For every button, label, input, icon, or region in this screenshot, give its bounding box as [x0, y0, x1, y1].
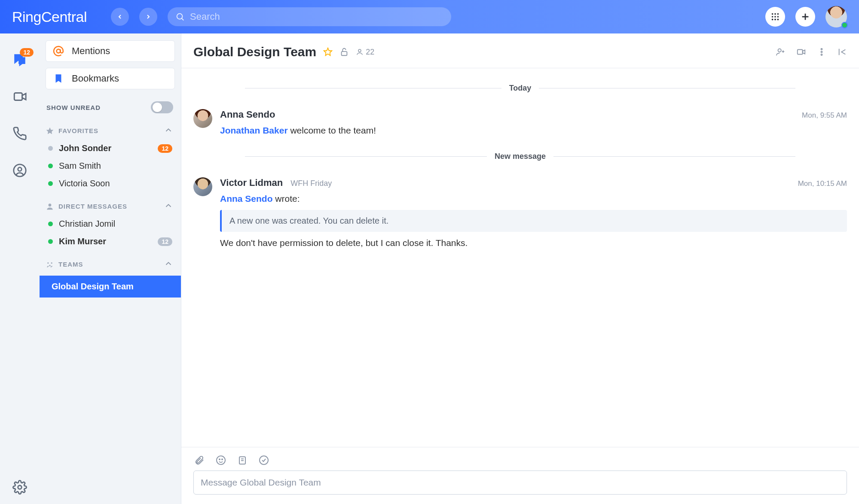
- favorite-name: Sam Smith: [59, 161, 101, 171]
- show-unread-toggle[interactable]: [151, 101, 173, 113]
- dm-name: Christian Jomil: [59, 219, 115, 229]
- dm-collapse[interactable]: [164, 201, 173, 212]
- svg-point-7: [777, 16, 779, 18]
- svg-marker-31: [803, 50, 805, 54]
- collapse-panel-icon[interactable]: [838, 47, 847, 57]
- search-icon: [175, 12, 185, 21]
- gear-icon: [12, 480, 27, 495]
- more-options-icon[interactable]: [817, 47, 826, 57]
- attach-icon[interactable]: [194, 455, 205, 465]
- search-bar[interactable]: [168, 7, 451, 26]
- message-body: We don't have permission to delete, but …: [220, 238, 847, 248]
- date-divider: Today: [245, 84, 795, 93]
- chevron-up-icon: [164, 201, 173, 210]
- svg-point-9: [774, 19, 776, 21]
- bookmarks-button[interactable]: Bookmarks: [46, 68, 175, 89]
- svg-point-3: [774, 13, 776, 15]
- start-video-icon[interactable]: [796, 47, 806, 57]
- svg-point-38: [222, 459, 223, 460]
- task-icon[interactable]: [259, 455, 269, 465]
- sender-avatar[interactable]: [193, 177, 212, 196]
- svg-rect-25: [342, 52, 347, 55]
- favorites-collapse[interactable]: [164, 125, 173, 136]
- user-mention[interactable]: Anna Sendo: [220, 194, 273, 203]
- svg-point-16: [18, 167, 22, 171]
- presence-dot-online: [48, 222, 53, 226]
- presence-dot-online: [48, 181, 53, 186]
- svg-point-4: [777, 13, 779, 15]
- chat-unread-badge: 12: [20, 48, 34, 57]
- message-composer: [181, 447, 859, 504]
- team-icon: [46, 260, 54, 269]
- conversation-title: Global Design Team: [193, 45, 316, 59]
- svg-point-42: [260, 456, 268, 465]
- rail-video[interactable]: [0, 89, 40, 104]
- presence-dot-online: [48, 239, 53, 244]
- emoji-icon[interactable]: [216, 455, 226, 465]
- svg-point-23: [49, 264, 50, 266]
- rail-contacts[interactable]: [0, 163, 40, 178]
- svg-point-27: [778, 49, 781, 52]
- svg-point-36: [217, 456, 225, 465]
- user-mention[interactable]: Jonathan Baker: [220, 125, 288, 135]
- current-user-avatar[interactable]: [825, 6, 847, 27]
- svg-point-0: [177, 14, 183, 19]
- dm-item[interactable]: Christian Jomil: [46, 215, 175, 233]
- teams-collapse[interactable]: [164, 259, 173, 270]
- favorite-item[interactable]: Victoria Soon: [46, 175, 175, 192]
- favorite-item[interactable]: Sam Smith: [46, 157, 175, 175]
- rail-settings[interactable]: [0, 480, 40, 495]
- section-dm-header[interactable]: DIRECT MESSAGES: [46, 192, 175, 215]
- favorite-star-icon[interactable]: [323, 47, 333, 57]
- composer-input[interactable]: [193, 471, 847, 495]
- unread-badge: 12: [158, 237, 172, 246]
- message-sender[interactable]: Anna Sendo: [220, 109, 275, 120]
- section-teams-header[interactable]: TEAMS: [46, 250, 175, 273]
- at-icon: [53, 46, 64, 57]
- app-header: RingCentral: [0, 0, 859, 33]
- nav-back-button[interactable]: [111, 8, 129, 26]
- sender-status: WFH Friday: [290, 179, 332, 188]
- message-text: welcome to the team!: [290, 125, 376, 135]
- contacts-icon: [12, 163, 27, 178]
- favorite-name: Victoria Soon: [59, 179, 110, 188]
- show-unread-label: SHOW UNREAD: [46, 104, 101, 111]
- rail-chat[interactable]: 12: [0, 52, 40, 67]
- svg-point-2: [772, 13, 773, 15]
- new-action-button[interactable]: [795, 7, 815, 27]
- member-count[interactable]: 22: [356, 48, 374, 57]
- rail-phone[interactable]: [0, 126, 40, 141]
- mentions-button[interactable]: Mentions: [46, 40, 175, 62]
- lock-open-icon[interactable]: [339, 47, 349, 57]
- svg-point-22: [51, 262, 52, 264]
- svg-point-18: [57, 49, 61, 53]
- bookmarks-label: Bookmarks: [72, 73, 119, 84]
- note-icon[interactable]: [237, 455, 248, 465]
- chevron-left-icon: [116, 13, 123, 20]
- section-dm-label: DIRECT MESSAGES: [58, 203, 127, 210]
- nav-forward-button[interactable]: [139, 8, 157, 26]
- dm-item[interactable]: Kim Murser 12: [46, 233, 175, 250]
- search-input[interactable]: [190, 11, 443, 22]
- message-sender[interactable]: Victor Lidman: [220, 177, 283, 188]
- person-icon: [46, 202, 54, 211]
- svg-point-33: [821, 51, 822, 52]
- person-icon: [356, 48, 364, 56]
- svg-marker-19: [46, 127, 54, 134]
- phone-icon: [12, 126, 27, 141]
- team-name: Global Design Team: [52, 282, 134, 291]
- dialpad-button[interactable]: [765, 7, 785, 27]
- chevron-up-icon: [164, 259, 173, 268]
- section-favorites-header[interactable]: FAVORITES: [46, 117, 175, 140]
- show-unread-row: SHOW UNREAD: [46, 95, 175, 117]
- message-list[interactable]: Today Anna Sendo Mon, 9:55 AM Jonathan B…: [181, 68, 859, 447]
- svg-marker-14: [22, 94, 26, 100]
- add-member-icon[interactable]: [776, 47, 785, 57]
- svg-point-17: [18, 486, 22, 489]
- svg-point-20: [49, 203, 52, 206]
- section-favorites-label: FAVORITES: [58, 127, 98, 134]
- sender-avatar[interactable]: [193, 109, 212, 128]
- message-timestamp: Mon, 9:55 AM: [802, 111, 847, 120]
- team-item-active[interactable]: Global Design Team: [40, 276, 181, 298]
- favorite-item[interactable]: John Sonder 12: [46, 140, 175, 157]
